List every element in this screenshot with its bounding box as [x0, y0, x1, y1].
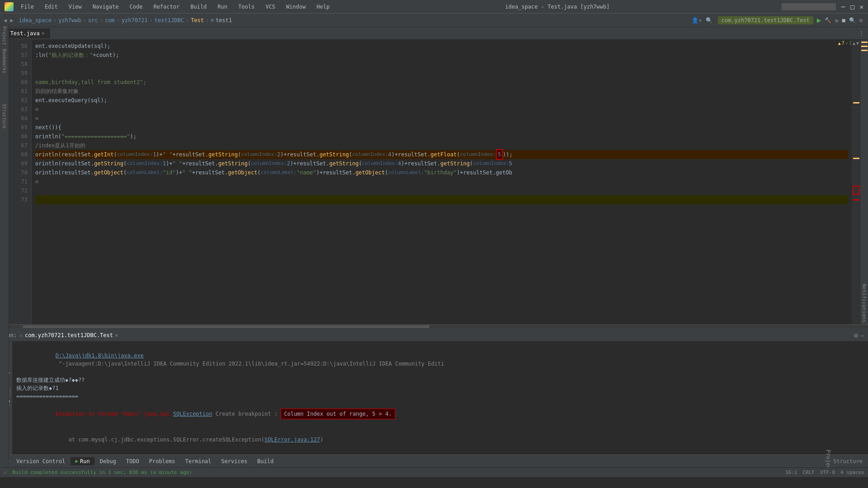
build-tab-label: Build — [257, 458, 274, 465]
ok-count: 1 — [849, 41, 852, 46]
line-num-64: 64 — [13, 114, 28, 123]
code-line-68: orintln(resultSet.getInt( columnIndex: 1… — [35, 150, 848, 159]
down-nav[interactable]: ▼ — [856, 41, 859, 46]
notif-mark-3 — [861, 50, 868, 51]
code-line-62: ent.executeQuery(sql); — [35, 96, 848, 105]
search-everywhere-icon[interactable]: 🔍 — [706, 17, 712, 23]
breadcrumb-src[interactable]: src — [88, 17, 98, 23]
run-content: ▶ ↑ ↓ 📌 ■ ↺ 📷 🖨 🗑 ⋮ D:\Java\jdk1.8\bin\j… — [0, 342, 868, 455]
maximize-button[interactable]: □ — [850, 3, 854, 10]
menu-code[interactable]: Code — [126, 3, 146, 11]
line-num-72: 72 — [13, 186, 28, 195]
menu-file[interactable]: File — [17, 3, 38, 11]
run-output-line-2: 数据库连接建立成功◆?◆◆?? — [16, 376, 864, 384]
stop-button[interactable]: ■ — [842, 17, 845, 23]
main-container: ◀ ▶ idea_space › yzh7wwb › src › com › y… — [0, 14, 868, 477]
line-num-60: 60 — [13, 78, 28, 87]
build-button[interactable]: 🔨 — [825, 17, 831, 23]
titlebar-left: File Edit View Navigate Code Refactor Bu… — [5, 2, 333, 11]
breadcrumb-test-class[interactable]: Test — [191, 17, 204, 23]
project-side-label[interactable]: Project — [2, 26, 7, 45]
bookmarks-side-label[interactable]: Bookmarks — [2, 49, 7, 73]
user-icon[interactable]: 👤▾ — [692, 17, 702, 23]
search-icon[interactable]: 🔍 — [849, 17, 856, 23]
run-config-dropdown[interactable]: com.yzh70721.test1JDBC.Test — [718, 16, 813, 24]
notifications-label[interactable]: Notifications — [860, 282, 868, 324]
version-control-label: Version Control — [16, 458, 65, 465]
editor-scrollbar[interactable] — [0, 324, 868, 328]
code-line-71: ⊙ — [35, 177, 848, 186]
minimize-button[interactable]: ─ — [841, 3, 845, 10]
code-line-66: orintln("==================="); — [35, 132, 848, 141]
menu-navigate[interactable]: Navigate — [89, 3, 123, 11]
code-line-58 — [35, 60, 848, 69]
breadcrumb-yzh7wwb[interactable]: yzh7wwb — [58, 17, 81, 23]
run-stack-line-1: at com.mysql.cj.jdbc.exceptions.SQLError… — [16, 427, 864, 452]
line-num-59: 59 — [13, 69, 28, 78]
structure-icon[interactable]: Structure — [833, 458, 863, 465]
check-icon: ✓ — [845, 41, 848, 46]
settings-icon[interactable]: ⚙ — [859, 17, 863, 23]
breadcrumb-yzh70721[interactable]: yzh70721 — [122, 17, 148, 23]
menu-edit[interactable]: Edit — [41, 3, 61, 11]
java-exe-link[interactable]: D:\Java\jdk1.8\bin\java.exe — [56, 352, 144, 359]
code-line-69: orintln(resultSet.getString( columnIndex… — [35, 159, 848, 168]
menu-run[interactable]: Run — [214, 3, 231, 11]
line-num-57: 57 — [13, 51, 28, 60]
code-line-60: name,birthday,tall from student2"; — [35, 78, 848, 87]
breadcrumb-idea-space[interactable]: idea_space — [19, 17, 52, 23]
gutter-mark-2 — [853, 158, 859, 159]
stack-at-1: at com.mysql.cj.jdbc.exceptions.SQLError… — [56, 436, 264, 443]
tab-problems[interactable]: Problems — [145, 457, 180, 465]
menu-tools[interactable]: Tools — [235, 3, 258, 11]
run-panel-title: Run: ☕ com.yzh70721.test1JDBC.Test ✕ — [4, 332, 118, 338]
code-line-61: 归回的结果集对象 — [35, 87, 848, 96]
breadcrumb-method[interactable]: test1 — [216, 17, 232, 23]
right-gutter: ▲ 7 ✓ 1 ▲ ▼ — [852, 40, 860, 324]
sqlerror-127-link[interactable]: SQLError.java:127 — [264, 436, 320, 443]
breadcrumb-test1jdbc[interactable]: test1JDBC — [155, 17, 184, 23]
line-num-61: 61 — [13, 87, 28, 96]
menu-refactor[interactable]: Refactor — [150, 3, 183, 11]
tab-run[interactable]: ▶ Run — [71, 457, 94, 465]
tab-version-control[interactable]: Version Control — [12, 457, 70, 465]
code-line-72 — [35, 186, 848, 195]
notif-mark-2 — [861, 46, 868, 47]
code-display[interactable]: ent.executeUpdate(sql); :ln("插入的记录数："+co… — [32, 40, 852, 324]
code-line-56: ent.executeUpdate(sql); — [35, 42, 848, 51]
run-output-line-3: 插入的记录数◆?1 — [16, 384, 864, 392]
up-nav[interactable]: ▲ — [853, 41, 855, 46]
line-num-62: 62 — [13, 96, 28, 105]
warning-triangle-icon: ▲ — [838, 41, 841, 46]
breadcrumb-sep-7: › — [206, 17, 209, 23]
sqlexception-link[interactable]: SQLException — [173, 411, 212, 417]
menu-help[interactable]: Help — [313, 3, 333, 11]
breadcrumb-sep-1: › — [53, 17, 57, 23]
line-num-65: 65 — [13, 123, 28, 132]
run-output-line-4: =================== — [16, 392, 864, 400]
rebuild-button[interactable]: ↻ — [835, 17, 838, 23]
tab-close-button[interactable]: ✕ — [42, 30, 45, 36]
more-tabs-button[interactable]: ⋮ — [855, 30, 868, 37]
tab-debug[interactable]: Debug — [95, 457, 121, 465]
problems-tab-label: Problems — [149, 458, 175, 465]
run-minimize-icon[interactable]: — — [861, 332, 864, 339]
window-title: idea_space - Test.java [yzh7wwb] — [333, 4, 782, 10]
editor-content-area: ▲ 56 57 58 59 60 61 62 63 64 65 — [0, 40, 868, 324]
menu-window[interactable]: Window — [283, 3, 309, 11]
tab-build[interactable]: Build — [253, 457, 278, 465]
menu-build[interactable]: Build — [187, 3, 210, 11]
line-numbers: 56 57 58 59 60 61 62 63 64 65 66 67 68 6… — [9, 40, 32, 324]
structure-side-label[interactable]: Structure — [2, 104, 7, 128]
run-settings-icon[interactable]: ⚙ — [854, 332, 858, 339]
run-tab-close[interactable]: ✕ — [115, 332, 118, 338]
error-highlight-5: 5 — [496, 149, 503, 160]
run-button[interactable]: ▶ — [817, 16, 821, 24]
breadcrumb-com[interactable]: com — [105, 17, 115, 23]
close-button[interactable]: ✕ — [860, 3, 863, 10]
menu-vcs[interactable]: VCS — [262, 3, 279, 11]
menu-view[interactable]: View — [65, 3, 85, 11]
tab-services[interactable]: Services — [217, 457, 252, 465]
tab-todo[interactable]: TODO — [122, 457, 144, 465]
tab-terminal[interactable]: Terminal — [181, 457, 216, 465]
